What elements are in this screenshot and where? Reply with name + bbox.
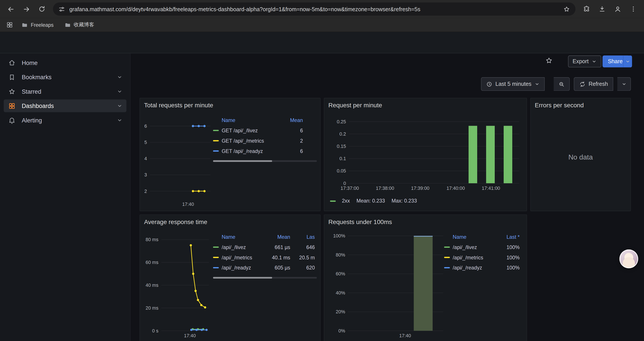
scrollbar-thumb[interactable] (213, 277, 272, 278)
bookmarks-bar: Freeleaps 收藏博客 (0, 18, 644, 32)
bookmark-freeleaps[interactable]: Freeleaps (19, 20, 56, 30)
legend[interactable]: 2xx Mean: 0.233 Max: 0.233 (330, 198, 417, 204)
legend-header: Name Mean (213, 115, 317, 125)
request-per-minute-chart[interactable]: 0.250.20.150.10.05017:37:0017:38:0017:39… (324, 111, 527, 193)
legend-row[interactable]: /api/_/metrics 100% (444, 252, 522, 263)
legend-series-name[interactable]: 2xx (342, 198, 350, 204)
chevron-down-icon[interactable] (116, 74, 123, 80)
panel-title[interactable]: Average response time (144, 218, 207, 225)
legend-row[interactable]: GET /api/_/metrics 2 (213, 136, 317, 146)
sidebar-item-starred[interactable]: Starred (4, 85, 126, 98)
bookmark-star-icon[interactable] (563, 6, 570, 13)
sidebar-item-bookmarks[interactable]: Bookmarks (4, 71, 126, 83)
legend-max: Max: 0.233 (392, 198, 417, 204)
legend-header-mean[interactable]: Mean (262, 234, 290, 240)
url-bar[interactable]: grafana.mathmast.com/d/deytv4rwavabkb/fr… (53, 3, 576, 16)
sidebar-item-home[interactable]: Home (4, 56, 126, 69)
panel-title[interactable]: Request per minute (328, 102, 382, 109)
export-button[interactable]: Export (568, 56, 602, 67)
url-text[interactable]: grafana.mathmast.com/d/deytv4rwavabkb/fr… (69, 6, 559, 12)
caret-down-icon (592, 59, 597, 64)
panel-average-response-time[interactable]: Average response time 80 ms60 ms40 ms20 … (140, 214, 321, 341)
legend-scrollbar[interactable] (213, 160, 317, 162)
sidebar-item-label: Bookmarks (22, 74, 52, 80)
sidebar-item-label: Starred (22, 88, 41, 95)
series-color-marker (444, 257, 450, 258)
sidebar-item-alerting[interactable]: Alerting (4, 114, 126, 127)
browser-menu-icon[interactable] (628, 4, 639, 15)
panel-requests-under-100ms[interactable]: Requests under 100ms 100%80%60%40%20%0%1… (324, 214, 527, 341)
legend-header-last[interactable]: Las (290, 234, 317, 240)
bookmark-blog[interactable]: 收藏博客 (62, 20, 97, 30)
downloads-icon[interactable] (597, 4, 608, 15)
apps-grid-icon[interactable] (6, 21, 13, 28)
total-requests-chart[interactable]: 6543217:40 (142, 113, 213, 208)
reload-icon[interactable] (36, 4, 47, 15)
panel-errors-per-second[interactable]: Errors per second No data (530, 98, 631, 211)
dashboard-main: Export Share Last 5 minutes Refresh Tota… (130, 53, 644, 341)
chevron-down-icon[interactable] (116, 88, 123, 95)
series-color-marker (213, 257, 219, 258)
share-menu-button[interactable] (623, 56, 632, 67)
sidebar-item-dashboards[interactable]: Dashboards (4, 99, 126, 112)
svg-text:60%: 60% (336, 271, 345, 276)
sidebar-item-label: Alerting (22, 117, 42, 124)
forward-icon[interactable] (21, 4, 32, 15)
svg-text:17:40: 17:40 (184, 333, 196, 338)
legend-header-name[interactable]: Name (444, 234, 497, 240)
sidebar-item-label: Dashboards (22, 103, 54, 109)
panel-request-per-minute[interactable]: Request per minute 0.250.20.150.10.05017… (324, 98, 527, 211)
svg-text:80 ms: 80 ms (146, 237, 158, 242)
svg-text:0%: 0% (338, 328, 345, 333)
legend-row[interactable]: /api/_/readyz 605 µs 620 (213, 263, 317, 273)
series-color-marker (213, 140, 219, 142)
zoom-out-button[interactable] (554, 77, 570, 91)
average-response-time-chart[interactable]: 80 ms60 ms40 ms20 ms0 s17:40 (140, 227, 212, 341)
sidebar-item-label: Home (22, 60, 38, 66)
legend-row[interactable]: /api/_/metrics 40.1 ms 20.5 m (213, 252, 317, 263)
legend-row[interactable]: /api/_/livez 661 µs 646 (213, 242, 317, 252)
back-icon[interactable] (5, 4, 16, 15)
favorite-star-icon[interactable] (545, 57, 553, 65)
folder-icon (64, 22, 71, 28)
legend-row[interactable]: GET /api/_/readyz 6 (213, 146, 317, 156)
site-settings-icon[interactable] (58, 6, 65, 13)
panel-total-requests[interactable]: Total requests per minute 6543217:40 Nam… (140, 98, 321, 211)
series-color-marker (213, 150, 219, 152)
time-range-picker[interactable]: Last 5 minutes (481, 77, 545, 91)
refresh-icon (579, 81, 586, 87)
legend-header-last[interactable]: Last * (497, 234, 522, 240)
legend-header-name[interactable]: Name (213, 234, 262, 240)
assistant-avatar[interactable] (620, 249, 638, 268)
requests-under-100ms-chart[interactable]: 100%80%60%40%20%0%17:40 (324, 227, 448, 341)
caret-down-icon (534, 81, 540, 87)
panel-title[interactable]: Requests under 100ms (328, 218, 392, 225)
legend-scrollbar[interactable] (213, 277, 317, 278)
panel-title[interactable]: Total requests per minute (144, 102, 213, 109)
grafana-header: Grafana Home › Dashboards › Freeleaps Me… (0, 32, 644, 53)
series-color-marker (213, 247, 219, 248)
legend-row[interactable]: /api/_/readyz 100% (444, 263, 522, 273)
legend-table: Name Last * /api/_/livez 100% /api/_/met… (444, 232, 522, 280)
refresh-interval-button[interactable] (617, 77, 631, 91)
scrollbar-thumb[interactable] (213, 160, 272, 162)
svg-text:17:38:00: 17:38:00 (376, 186, 394, 191)
legend-row[interactable]: /api/_/livez 100% (444, 242, 522, 252)
svg-text:4: 4 (144, 156, 147, 161)
legend-header-mean[interactable]: Mean (275, 118, 303, 123)
svg-text:5: 5 (144, 140, 147, 145)
extensions-icon[interactable] (581, 4, 592, 15)
profile-avatar-icon[interactable] (612, 4, 623, 15)
legend-row[interactable]: GET /api/_/livez 6 (213, 125, 317, 136)
star-icon (8, 87, 16, 96)
chevron-down-icon[interactable] (116, 117, 123, 123)
series-color-marker (444, 267, 450, 268)
bell-icon (8, 116, 16, 124)
refresh-button[interactable]: Refresh (574, 77, 613, 91)
chevron-down-icon[interactable] (116, 103, 123, 109)
bookmark-icon (8, 73, 16, 81)
no-data-message: No data (531, 98, 630, 211)
legend-header-name[interactable]: Name (213, 118, 275, 123)
series-color-marker (213, 267, 219, 268)
home-icon (8, 59, 16, 67)
